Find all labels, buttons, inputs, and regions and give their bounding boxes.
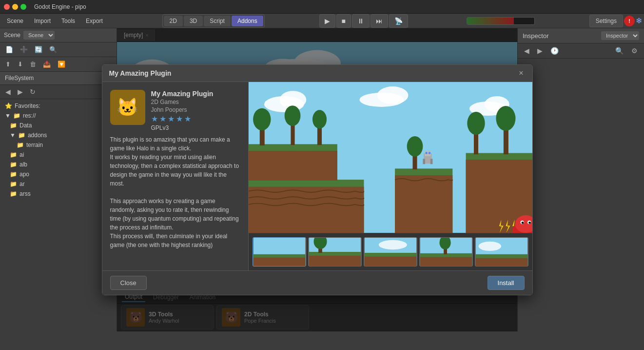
file-tree-arss[interactable]: 📁 arss [0,189,117,199]
up-button[interactable]: ⬆ [3,59,13,69]
folder-icon: 📁 [10,161,17,168]
expand-button[interactable]: 📤 [40,59,53,69]
window-minimize-button[interactable] [12,4,18,10]
folder-icon: 📁 [13,112,20,119]
resource-progress-bar [467,17,535,25]
add-node-button[interactable]: ➕ [18,44,30,55]
svg-rect-122 [475,258,527,266]
svg-rect-113 [364,257,416,266]
delete-button[interactable]: 🗑 [27,59,39,69]
step-button[interactable]: ⏭ [371,14,388,28]
file-tree-addons[interactable]: ▼ 📁 addons [0,130,117,140]
screenshot-thumbnails [249,233,532,270]
plugin-meta-author: John Poopers [151,106,214,113]
thumbnail-2[interactable] [308,237,362,267]
mode-3d-button[interactable]: 3D [184,16,203,26]
plugin-meta: My Amazing Plugin 2D Games John Poopers … [151,90,214,131]
filter-button[interactable]: 🔽 [55,59,68,69]
window-close-button[interactable] [4,4,10,10]
plugin-logo: 🐱 [110,90,145,125]
file-nav-next[interactable]: ▶ [15,87,25,97]
menu-scene[interactable]: Scene [2,16,28,26]
inspector-dropdown[interactable]: Inspector [601,31,639,40]
star-4[interactable]: ★ [176,114,183,124]
file-tree-data[interactable]: 📁 Data [0,121,117,130]
thumbnail-5[interactable] [475,237,528,267]
main-area: Scene Scene 📄 ➕ 🔄 🔍 ⬆ ⬇ 🗑 📤 🔽 FileSystem… [0,28,644,331]
file-tree-apo[interactable]: 📁 apo [0,169,117,179]
inspector-toolbar: ◀ ▶ 🕐 🔍 ⚙ [518,43,644,59]
star-3[interactable]: ★ [168,114,175,124]
svg-point-75 [284,105,300,126]
mode-2d-button[interactable]: 2D [164,16,183,26]
plugin-stars: ★ ★ ★ ★ ★ [151,114,214,124]
scene-search-button[interactable]: 🔍 [47,44,59,55]
svg-rect-69 [249,187,364,233]
progress-fill [467,18,514,24]
svg-rect-87 [430,159,432,164]
scene-panel-toolbar: 📄 ➕ 🔄 🔍 [0,42,117,57]
thumbnail-4[interactable] [419,237,473,267]
inspector-history-button[interactable]: 🕐 [548,45,561,56]
modal-footer: Close Install [102,270,532,295]
file-tree-ai[interactable]: 📁 ai [0,150,117,160]
inspector-nav-prev[interactable]: ◀ [522,45,532,56]
remote-button[interactable]: 📡 [389,14,408,28]
svg-point-102 [528,222,531,224]
plugin-meta-category: 2D Games [151,99,214,105]
window-controls[interactable] [4,4,26,10]
title-bar: Godot Engine - pipo [0,0,644,14]
file-tree-ar[interactable]: 📁 ar [0,179,117,189]
main-screenshot [249,82,532,233]
inspector-settings-button[interactable]: ⚙ [629,45,640,56]
star-5[interactable]: ★ [184,114,191,124]
modal-overlay: My Amazing Plugin × 🐱 My Amazing Plugin … [117,28,517,331]
svg-rect-117 [420,257,471,266]
modal-close-button[interactable]: × [517,69,525,78]
folder-icon: 📁 [17,142,24,148]
scene-type-dropdown[interactable]: Scene [23,31,55,40]
mode-script-button[interactable]: Script [204,16,231,26]
svg-point-73 [253,108,271,130]
file-tree-res[interactable]: ▼ 📁 res:// [0,111,117,121]
file-tree-favorites[interactable]: ⭐ Favorites: [0,101,117,111]
modal-close-action-button[interactable]: Close [110,276,147,290]
folder-icon: 📁 [10,122,17,129]
menu-import[interactable]: Import [29,16,56,26]
file-nav-prev[interactable]: ◀ [3,87,13,97]
file-tree-alb[interactable]: 📁 alb [0,160,117,169]
menu-export[interactable]: Export [81,16,108,26]
down-button[interactable]: ⬇ [15,59,25,69]
star-2[interactable]: ★ [159,114,166,124]
stop-button[interactable]: ■ [336,14,351,28]
mode-selector: 2D 3D Script Addons [162,14,265,28]
folder-arrow-icon: ▼ [5,112,11,119]
modal-title-bar: My Amazing Plugin × [102,65,532,82]
mode-addons-button[interactable]: Addons [232,16,263,26]
inspector-header: Inspector Inspector [518,28,644,43]
svg-rect-108 [309,256,360,266]
snowflake-icon[interactable]: ❄ [636,16,642,25]
main-screenshot-svg [249,82,532,233]
scene-panel-title: Scene [4,32,20,39]
new-file-button[interactable]: 📄 [3,44,16,55]
thumb-svg-3 [364,238,417,266]
alert-icon: ! [624,16,635,26]
instance-button[interactable]: 🔄 [32,44,45,55]
settings-button[interactable]: Settings [589,15,623,27]
inspector-search-button[interactable]: 🔍 [613,45,626,56]
modal-install-button[interactable]: Install [488,276,525,290]
svg-point-77 [312,110,326,128]
thumbnail-1[interactable] [253,237,306,267]
pause-button[interactable]: ⏸ [352,14,370,28]
inspector-nav-next[interactable]: ▶ [535,45,545,56]
play-button[interactable]: ▶ [319,14,335,28]
star-1[interactable]: ★ [151,114,158,124]
playback-controls: ▶ ■ ⏸ ⏭ 📡 [319,14,408,28]
thumbnail-3[interactable] [364,237,417,267]
svg-rect-86 [423,159,425,164]
window-maximize-button[interactable] [20,4,26,10]
file-nav-refresh[interactable]: ↻ [27,87,38,97]
file-tree-terrain[interactable]: 📁 terrain [0,140,117,150]
menu-tools[interactable]: Tools [57,16,80,26]
